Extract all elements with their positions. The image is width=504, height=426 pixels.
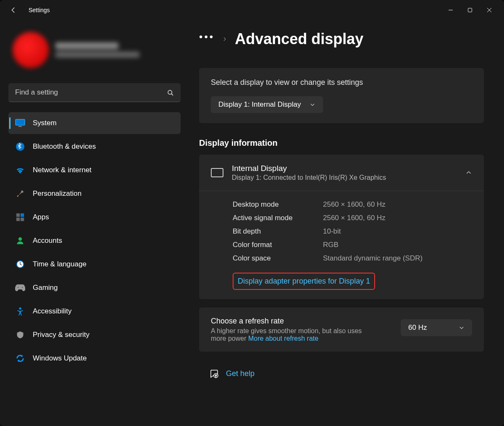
person-icon [15, 236, 25, 246]
display-adapter-properties-link[interactable]: Display adapter properties for Display 1 [233, 273, 375, 290]
refresh-rate-card: Choose a refresh rate A higher rate give… [199, 308, 484, 352]
display-select-value: Display 1: Internal Display [218, 100, 301, 109]
user-email [55, 52, 139, 58]
user-profile[interactable] [8, 29, 181, 71]
accessibility-icon [15, 306, 25, 316]
system-icon [15, 118, 25, 128]
sidebar-item-label: Accounts [33, 237, 62, 245]
sidebar-item-bluetooth[interactable]: Bluetooth & devices [8, 136, 181, 158]
sidebar-item-label: System [33, 119, 57, 127]
display-info-card: Internal Display Display 1: Connected to… [199, 155, 484, 299]
svg-point-19 [19, 308, 21, 310]
wifi-icon [15, 165, 25, 175]
svg-rect-10 [16, 213, 20, 217]
sidebar-item-time-language[interactable]: Time & language [8, 253, 181, 275]
sidebar-item-accounts[interactable]: Accounts [8, 230, 181, 252]
sidebar-item-label: Bluetooth & devices [33, 142, 96, 151]
svg-text:?: ? [215, 374, 217, 377]
get-help-link[interactable]: Get help [226, 369, 255, 378]
search-icon [167, 89, 174, 96]
breadcrumb-overflow[interactable]: ••• [199, 31, 215, 47]
minimize-button[interactable] [441, 3, 460, 17]
display-select-dropdown[interactable]: Display 1: Internal Display [211, 96, 323, 113]
sidebar-item-apps[interactable]: Apps [8, 206, 181, 228]
help-icon: ? [209, 368, 219, 379]
svg-point-18 [22, 287, 23, 288]
sidebar-item-label: Time & language [33, 260, 87, 268]
search-input[interactable] [8, 83, 181, 102]
sidebar-item-label: Accessibility [33, 307, 72, 316]
svg-rect-8 [18, 126, 22, 127]
display-info-section-label: Display information [199, 138, 484, 148]
display-info-title: Internal Display [232, 164, 386, 173]
app-title: Settings [29, 7, 50, 13]
svg-point-17 [18, 287, 18, 288]
select-display-card: Select a display to view or change its s… [199, 68, 484, 123]
info-row: Desktop mode2560 × 1600, 60 Hz [233, 200, 472, 209]
info-row: Color formatRGB [233, 241, 472, 249]
chevron-down-icon [310, 102, 315, 108]
sidebar-item-accessibility[interactable]: Accessibility [8, 300, 181, 322]
monitor-icon [211, 168, 223, 177]
chevron-up-icon [465, 169, 472, 176]
display-info-header[interactable]: Internal Display Display 1: Connected to… [199, 155, 484, 191]
gamepad-icon [15, 283, 25, 293]
svg-point-14 [18, 237, 22, 241]
apps-icon [15, 212, 25, 222]
svg-rect-12 [16, 218, 20, 221]
close-button[interactable] [480, 3, 499, 17]
svg-rect-13 [21, 218, 24, 221]
refresh-rate-title: Choose a refresh rate [211, 317, 391, 326]
sidebar-item-gaming[interactable]: Gaming [8, 277, 181, 299]
maximize-button[interactable] [460, 3, 480, 17]
sidebar-item-label: Gaming [33, 284, 58, 292]
avatar [13, 32, 49, 68]
sidebar-item-privacy[interactable]: Privacy & security [8, 324, 181, 346]
svg-rect-1 [468, 8, 472, 12]
sidebar-item-personalization[interactable]: Personalization [8, 183, 181, 205]
refresh-rate-dropdown[interactable]: 60 Hz [401, 319, 472, 336]
sidebar-item-label: Personalization [33, 189, 81, 198]
sidebar-item-label: Privacy & security [33, 331, 89, 339]
chevron-right-icon [222, 36, 227, 42]
svg-point-4 [168, 90, 172, 94]
refresh-rate-value: 60 Hz [408, 323, 427, 332]
select-display-heading: Select a display to view or change its s… [211, 78, 472, 87]
sidebar-item-label: Apps [33, 213, 49, 221]
more-about-refresh-link[interactable]: More about refresh rate [248, 335, 318, 342]
sidebar-item-windows-update[interactable]: Windows Update [8, 347, 181, 369]
sidebar-item-label: Windows Update [33, 354, 87, 363]
info-row: Active signal mode2560 × 1600, 60 Hz [233, 214, 472, 222]
user-name [55, 42, 118, 49]
svg-rect-6 [16, 119, 25, 125]
bluetooth-icon [15, 142, 25, 152]
display-info-subtitle: Display 1: Connected to Intel(R) Iris(R)… [232, 174, 386, 181]
svg-rect-11 [21, 213, 24, 217]
svg-line-5 [171, 94, 173, 95]
sidebar-item-label: Network & internet [33, 166, 92, 174]
info-row: Color spaceStandard dynamic range (SDR) [233, 254, 472, 263]
back-button[interactable] [5, 2, 22, 18]
info-row: Bit depth10-bit [233, 227, 472, 236]
shield-icon [15, 330, 25, 340]
paintbrush-icon [15, 189, 25, 199]
page-title: Advanced display [235, 30, 363, 48]
sidebar-item-system[interactable]: System [8, 112, 181, 134]
sidebar-item-network[interactable]: Network & internet [8, 159, 181, 181]
chevron-down-icon [459, 325, 465, 331]
clock-icon [15, 259, 25, 269]
update-icon [15, 353, 25, 363]
